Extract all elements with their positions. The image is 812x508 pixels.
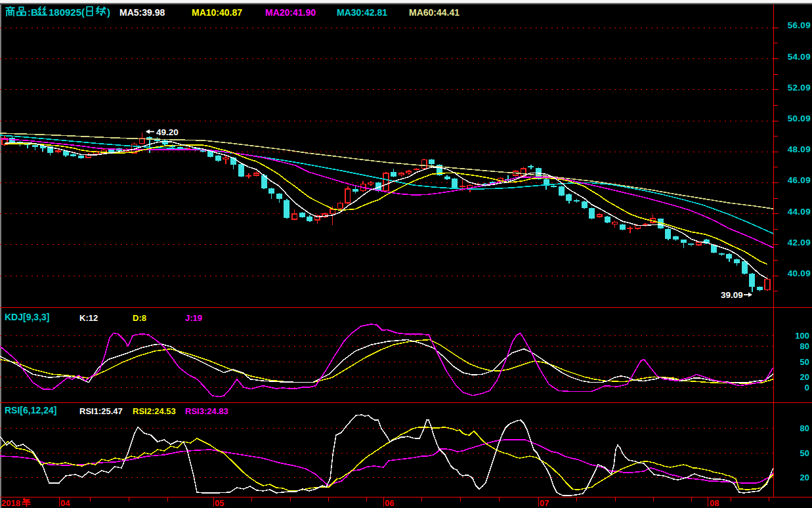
svg-text:39.09: 39.09 [721, 290, 743, 300]
svg-text:180925(: 180925( [49, 7, 85, 18]
svg-text:42.09: 42.09 [788, 238, 811, 247]
svg-text:48.09: 48.09 [788, 144, 811, 154]
svg-text::B: :B [28, 7, 38, 18]
svg-text:08: 08 [710, 498, 719, 508]
svg-text:MA30:42.81: MA30:42.81 [337, 7, 387, 18]
svg-text:56.09: 56.09 [788, 20, 811, 30]
svg-text:RSI3:24.83: RSI3:24.83 [185, 406, 228, 416]
svg-text:06: 06 [385, 498, 394, 508]
svg-text:07: 07 [540, 498, 549, 508]
svg-text:100: 100 [795, 331, 809, 341]
svg-text:46.09: 46.09 [788, 175, 811, 185]
svg-text:KDJ[9,3,3]: KDJ[9,3,3] [5, 312, 49, 322]
svg-text:04: 04 [60, 498, 70, 508]
svg-text:05: 05 [215, 498, 224, 508]
svg-text:20: 20 [800, 473, 809, 482]
svg-text:): ) [107, 7, 110, 18]
svg-text:RSI[6,12,24]: RSI[6,12,24] [5, 405, 56, 415]
svg-text:80: 80 [800, 423, 809, 433]
svg-text:2018: 2018 [1, 498, 20, 508]
svg-text:50.09: 50.09 [788, 114, 811, 123]
svg-text:44.09: 44.09 [788, 207, 811, 217]
svg-text:MA10:40.87: MA10:40.87 [192, 7, 242, 18]
svg-text:20: 20 [800, 372, 809, 382]
svg-text:MA60:44.41: MA60:44.41 [409, 7, 459, 18]
svg-text:0: 0 [805, 383, 809, 392]
svg-text:MA5:39.98: MA5:39.98 [119, 7, 165, 18]
svg-text:RSI2:24.53: RSI2:24.53 [133, 406, 176, 416]
svg-text:50: 50 [800, 448, 809, 458]
svg-text:K:12: K:12 [79, 313, 98, 323]
svg-text:D:8: D:8 [133, 313, 146, 323]
svg-text:50: 50 [800, 357, 809, 367]
svg-text:49.20: 49.20 [156, 127, 179, 137]
svg-text:80: 80 [800, 341, 809, 351]
svg-text:MA20:41.90: MA20:41.90 [265, 7, 316, 18]
svg-text:40.09: 40.09 [788, 268, 811, 278]
svg-text:RSI1:25.47: RSI1:25.47 [79, 406, 123, 416]
svg-text:54.09: 54.09 [788, 52, 811, 62]
svg-text:52.09: 52.09 [788, 83, 811, 93]
svg-text:J:19: J:19 [185, 313, 202, 323]
